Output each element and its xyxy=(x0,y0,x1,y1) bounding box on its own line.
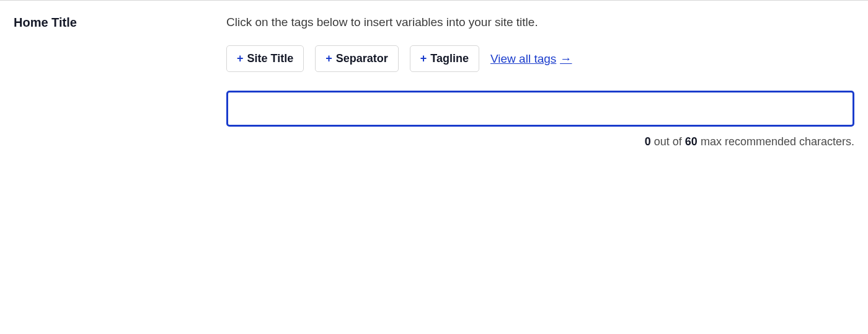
tag-label: Tagline xyxy=(430,52,469,65)
character-counter: 0 out of 60 max recommended characters. xyxy=(226,135,854,148)
section-content-column: Click on the tags below to insert variab… xyxy=(226,16,868,148)
insert-tagline-tag-button[interactable]: + Tagline xyxy=(410,45,479,72)
insert-separator-tag-button[interactable]: + Separator xyxy=(315,45,399,72)
tag-button-row: + Site Title + Separator + Tagline View … xyxy=(226,45,854,72)
helper-text: Click on the tags below to insert variab… xyxy=(226,16,854,29)
tag-label: Separator xyxy=(336,52,388,65)
view-all-text: View all tags xyxy=(490,52,556,66)
home-title-section: Home Title Click on the tags below to in… xyxy=(0,1,868,148)
section-label-column: Home Title xyxy=(0,16,226,148)
plus-icon: + xyxy=(237,52,244,65)
section-label: Home Title xyxy=(14,16,226,30)
max-count: 60 xyxy=(685,135,698,148)
current-count: 0 xyxy=(645,135,651,148)
counter-text: out of xyxy=(651,135,685,148)
plus-icon: + xyxy=(420,52,427,65)
tag-label: Site Title xyxy=(247,52,294,65)
view-all-tags-link[interactable]: View all tags → xyxy=(490,52,572,66)
arrow-right-icon: → xyxy=(560,52,572,66)
home-title-input[interactable] xyxy=(226,91,854,127)
plus-icon: + xyxy=(326,52,332,65)
insert-site-title-tag-button[interactable]: + Site Title xyxy=(226,45,304,72)
counter-text-suffix: max recommended characters. xyxy=(698,135,854,148)
